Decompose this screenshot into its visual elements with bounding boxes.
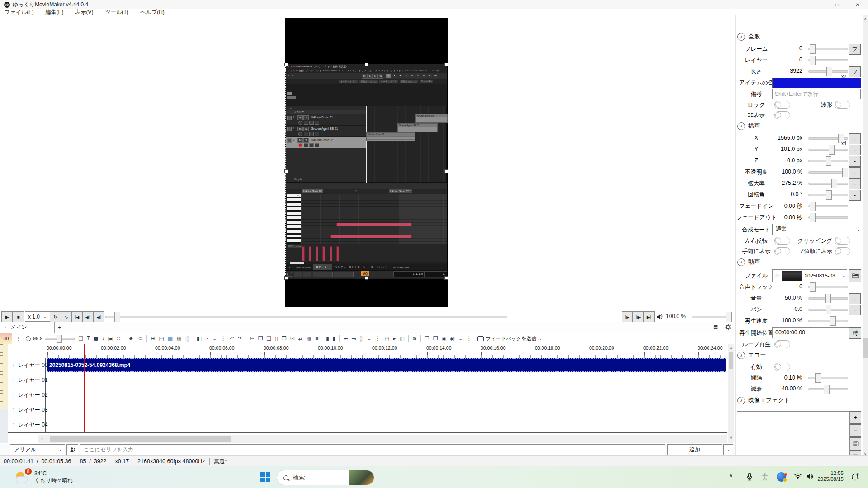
menu-item-2[interactable]: 表示(V) bbox=[75, 9, 93, 16]
timeline-tool-icon-25[interactable]: ❑ bbox=[267, 335, 272, 342]
timeline-tool-icon-28[interactable]: ⊡ bbox=[290, 335, 295, 342]
timeline-tool-icon-21[interactable]: ↷ bbox=[238, 335, 242, 342]
prop-slider-24[interactable] bbox=[808, 309, 848, 311]
play-button[interactable]: ▶ bbox=[1, 311, 13, 323]
prop-slider-1[interactable] bbox=[808, 48, 848, 50]
repeat-button[interactable]: ↻ bbox=[50, 311, 61, 323]
prop-slider-16[interactable] bbox=[808, 216, 848, 219]
timeline-tool-icon-7[interactable]: ☻ bbox=[128, 335, 134, 342]
toggle-7-0[interactable] bbox=[774, 111, 790, 119]
toggle-29-0[interactable] bbox=[774, 363, 790, 371]
collapse-chevron-icon[interactable]: ∧ bbox=[737, 352, 745, 359]
prop-slider-thumb-2[interactable] bbox=[810, 56, 816, 65]
start-button[interactable] bbox=[260, 472, 270, 482]
timeline-tool-icon-4[interactable]: ▣ bbox=[108, 335, 113, 342]
timeline-zoom-slider-thumb[interactable] bbox=[57, 335, 62, 343]
video-preview[interactable]: Cubase Elements プロジェクト - 名称未設定1ファイル 編集 プ… bbox=[285, 18, 448, 307]
prop-slider-thumb-23[interactable] bbox=[825, 294, 831, 303]
timeline-tool-icon-8[interactable]: ☺ bbox=[137, 335, 143, 342]
timeline-tool-icon-26[interactable]: ▯ bbox=[275, 335, 278, 342]
prop-adjust-button-1[interactable]: フ bbox=[849, 44, 861, 55]
prop-slider-thumb-14[interactable] bbox=[826, 190, 832, 200]
timeline-tool-icon-41[interactable]: ▤ bbox=[384, 335, 389, 342]
tab-main[interactable]: ⋮ メイン bbox=[0, 322, 55, 333]
prop-slider-thumb-30[interactable] bbox=[815, 373, 821, 383]
volume-tray-icon[interactable] bbox=[807, 473, 814, 480]
selection-handle-1[interactable] bbox=[365, 63, 368, 66]
prop-slider-thumb-24[interactable] bbox=[826, 305, 831, 314]
timeline-tool-icon-12[interactable]: ▥ bbox=[168, 335, 173, 342]
prop-adjust-button-3[interactable]: フ bbox=[849, 66, 861, 77]
prop-slider-22[interactable] bbox=[808, 286, 848, 288]
timeline-tool-icon-27[interactable]: ❒ bbox=[282, 335, 287, 342]
note-input[interactable]: Shift+Enterで改行 bbox=[772, 89, 861, 99]
timeline-tool-icon-16[interactable]: ◧ bbox=[197, 335, 202, 342]
timeline-tool-icon-1[interactable]: T bbox=[87, 335, 90, 342]
gear-icon[interactable] bbox=[725, 324, 731, 330]
prop-slider-30[interactable] bbox=[808, 377, 848, 379]
add-serif-dropdown-button[interactable]: ⌄ bbox=[723, 444, 733, 455]
section-header-32[interactable]: ∧映像エフェクト bbox=[737, 395, 790, 405]
seek-slider[interactable] bbox=[105, 316, 507, 318]
item-color-swatch[interactable] bbox=[772, 78, 861, 88]
prop-slider-thumb-1[interactable] bbox=[810, 44, 816, 54]
panel-scrollbar[interactable]: ∧ ∨ bbox=[863, 15, 868, 457]
timeline-tool-icon-36[interactable]: ⇤ bbox=[343, 335, 348, 342]
tray-app-icon[interactable] bbox=[777, 472, 786, 482]
selection-handle-6[interactable] bbox=[365, 276, 368, 280]
layer-label-2[interactable]: ⋮レイヤー 02 bbox=[8, 388, 46, 403]
timeline-row-2[interactable]: ⋮レイヤー 02 bbox=[8, 388, 727, 403]
prop-slider-thumb-3[interactable] bbox=[826, 67, 832, 76]
menu-item-4[interactable]: ヘルプ(H) bbox=[140, 9, 165, 16]
timeline-scroll-down-icon[interactable]: ∨ bbox=[728, 436, 734, 440]
microphone-icon[interactable] bbox=[746, 473, 753, 481]
add-tab-button[interactable]: + bbox=[58, 324, 61, 331]
timeline-tool-icon-52[interactable]: ⋮ bbox=[467, 335, 472, 342]
seek-start-button[interactable]: |◀ bbox=[71, 311, 83, 323]
timeline-tool-icon-49[interactable]: ◉ bbox=[441, 335, 446, 342]
timeline-row-0[interactable]: ⋮レイヤー 0020250815-0352-54.0924368.mp4 bbox=[8, 358, 727, 373]
prop-slider-12[interactable] bbox=[808, 171, 848, 174]
curve-editor-button[interactable]: ∿ bbox=[61, 311, 72, 323]
panel-scrollbar-thumb[interactable] bbox=[863, 338, 868, 358]
start-position-input[interactable]: 00:00:00.00 bbox=[772, 327, 850, 338]
prop-adjust-button-24[interactable]: - bbox=[849, 305, 861, 315]
send-feedback-button[interactable]: フィードバックを送信⌄ bbox=[477, 335, 542, 342]
seek-slider-thumb[interactable] bbox=[114, 312, 120, 322]
prev-frame-button[interactable]: ◀| bbox=[93, 311, 104, 323]
collapse-chevron-icon[interactable]: ∧ bbox=[737, 397, 745, 404]
timeline-tool-icon-11[interactable]: ▤ bbox=[159, 335, 164, 342]
prop-slider-11[interactable] bbox=[808, 160, 848, 162]
tray-clock[interactable]: 12:55 2025/08/15 bbox=[816, 470, 844, 482]
timeline-hscrollbar[interactable]: ‹ bbox=[38, 435, 727, 443]
toggle-27-0[interactable] bbox=[774, 340, 790, 348]
prop-slider-9[interactable] bbox=[808, 137, 848, 140]
prop-slider-23[interactable] bbox=[808, 297, 848, 300]
collapse-chevron-icon[interactable]: ∧ bbox=[737, 258, 745, 266]
prop-slider-13[interactable] bbox=[808, 183, 848, 185]
list-menu-icon[interactable]: ≣ bbox=[713, 324, 718, 330]
timeline-ruler[interactable]: 00:00:00.0000:00:02.0000:00:04.0000:00:0… bbox=[8, 344, 727, 358]
timeline-row-3[interactable]: ⋮レイヤー 03 bbox=[8, 403, 727, 418]
prop-slider-thumb-15[interactable] bbox=[810, 202, 816, 211]
timeline-tool-icon-18[interactable]: ⌄ bbox=[212, 335, 217, 342]
prop-slider-thumb-25[interactable] bbox=[830, 316, 836, 326]
layer-label-3[interactable]: ⋮レイヤー 03 bbox=[8, 403, 46, 418]
prop-adjust-button-23[interactable]: - bbox=[849, 293, 861, 304]
prop-slider-thumb-22[interactable] bbox=[810, 282, 816, 292]
selection-handle-0[interactable] bbox=[284, 63, 288, 66]
prop-slider-thumb-16[interactable] bbox=[810, 213, 816, 222]
timeline-tool-icon-3[interactable]: ♪ bbox=[102, 335, 105, 342]
toggle-19-1[interactable] bbox=[835, 247, 850, 255]
timeline-clip[interactable]: 20250815-0352-54.0924368.mp4 bbox=[47, 358, 726, 372]
timeline-row-1[interactable]: ⋮レイヤー 01 bbox=[8, 373, 727, 388]
minimize-button[interactable]: — bbox=[806, 0, 826, 9]
timeline-row-4[interactable]: ⋮レイヤー 04 bbox=[8, 418, 727, 433]
timeline-tool-icon-50[interactable]: ◉ bbox=[450, 335, 454, 342]
timeline-tool-icon-30[interactable]: ▦ bbox=[307, 335, 311, 342]
timeline-tool-icon-14[interactable]: ░ bbox=[185, 335, 189, 342]
prop-slider-25[interactable] bbox=[808, 320, 848, 322]
timeline-tool-icon-20[interactable]: ↶ bbox=[230, 335, 234, 342]
prop-slider-thumb-11[interactable] bbox=[826, 156, 831, 166]
timeline-tool-icon-2[interactable]: ◼ bbox=[94, 335, 99, 342]
